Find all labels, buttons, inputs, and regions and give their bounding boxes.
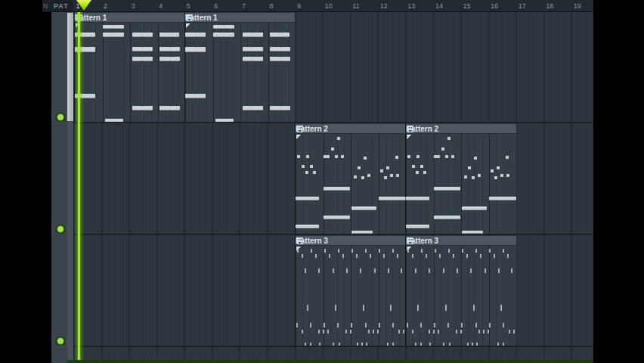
note-bar: [85, 94, 95, 98]
note-dot: [390, 174, 393, 177]
clip-header[interactable]: Pattern 3: [296, 236, 405, 246]
drum-tick: [392, 323, 394, 327]
note-bar: [406, 197, 429, 200]
clip-label: Pattern 1: [185, 14, 218, 22]
drum-tick: [324, 249, 326, 253]
drum-tick: [407, 249, 409, 253]
timeline-bar-number: 15: [463, 2, 470, 10]
drum-tick: [345, 330, 347, 334]
note-bar: [252, 47, 263, 51]
drum-tick: [401, 268, 402, 273]
track-divider: [73, 346, 593, 347]
drum-tick: [513, 330, 515, 334]
drum-tick: [333, 268, 334, 273]
note-dot: [354, 175, 357, 178]
note-bar: [75, 47, 85, 52]
drum-tick: [346, 268, 348, 273]
pattern-clip[interactable]: Pattern 1: [74, 13, 184, 123]
drum-tick: [509, 330, 510, 334]
drum-tick: [470, 268, 472, 273]
note-dot: [474, 157, 477, 160]
note-bar: [185, 47, 196, 52]
timeline-bar-number: 4: [159, 2, 163, 10]
timeline-ruler[interactable]: 12345678910111213141516171819: [73, 0, 593, 12]
drum-tick: [373, 330, 374, 334]
note-bar: [113, 33, 124, 37]
clip-header[interactable]: Pattern 1: [75, 13, 184, 23]
clip-label: Pattern 2: [296, 125, 328, 133]
pattern-clip[interactable]: Pattern 1: [184, 13, 295, 123]
drum-tick: [445, 305, 447, 311]
drum-tick: [368, 330, 370, 334]
note-dot: [384, 176, 387, 179]
note-dot: [494, 176, 497, 179]
note-dot: [341, 155, 344, 158]
drum-tick: [311, 249, 312, 253]
drum-tick: [483, 330, 485, 334]
note-bar: [159, 57, 170, 61]
drum-tick: [356, 254, 358, 258]
drum-tick: [439, 254, 441, 258]
note-bar: [196, 33, 206, 37]
pattern-clip[interactable]: Pattern 3: [405, 236, 516, 346]
track-mute-led[interactable]: [55, 112, 66, 123]
drum-tick: [429, 268, 430, 273]
drum-tick: [489, 323, 491, 327]
pattern-clip[interactable]: Pattern 2: [405, 124, 516, 234]
note-dot: [416, 171, 419, 174]
clip-preview: [406, 134, 516, 234]
drum-tick: [363, 305, 364, 311]
note-bar: [142, 33, 153, 37]
pattern-clip[interactable]: Pattern 3: [295, 236, 405, 346]
note-bar: [252, 57, 263, 61]
playlist-grid[interactable]: Pattern 1Pattern 1Pattern 2Pattern 2Patt…: [73, 12, 593, 363]
pattern-clip[interactable]: Pattern 2: [295, 124, 405, 234]
drum-tick: [365, 323, 367, 327]
drum-tick: [488, 330, 489, 334]
timeline-bar-number: 17: [519, 2, 526, 10]
vertical-scrollbar-thumb[interactable]: [67, 13, 73, 121]
timeline-bar-number: 3: [132, 2, 135, 10]
note-dot: [468, 166, 471, 169]
drum-tick: [485, 268, 486, 273]
note-bar: [224, 33, 234, 37]
drum-tick: [429, 330, 430, 334]
drum-tick: [500, 305, 502, 311]
note-dot: [358, 166, 361, 169]
note-bar: [213, 33, 224, 37]
note-bar: [243, 106, 252, 110]
drum-tick: [503, 323, 504, 327]
drum-tick: [374, 268, 376, 273]
note-dot: [361, 176, 364, 179]
note-dot: [497, 166, 500, 169]
drum-tick: [315, 254, 317, 258]
note-bar: [434, 187, 460, 191]
timeline-bar-number: 18: [546, 2, 553, 10]
clip-label: Pattern 2: [406, 125, 438, 133]
clip-header[interactable]: Pattern 2: [406, 124, 516, 134]
track-mute-led[interactable]: [55, 336, 66, 346]
clip-header[interactable]: Pattern 3: [406, 236, 516, 246]
pattern-mode-toggle[interactable]: PAT: [54, 2, 69, 10]
drum-tick: [426, 254, 427, 258]
note-bar: [85, 33, 95, 37]
note-bar: [196, 94, 206, 98]
drum-tick: [351, 249, 353, 253]
note-bar: [224, 25, 234, 29]
track-mute-led[interactable]: [55, 224, 66, 234]
clip-header[interactable]: Pattern 2: [296, 124, 405, 134]
note-bar: [243, 33, 252, 37]
clip-header[interactable]: Pattern 1: [185, 13, 295, 23]
note-bar: [103, 25, 113, 29]
note-bar: [159, 106, 170, 110]
note-dot: [380, 169, 383, 172]
led-light-icon: [57, 338, 63, 344]
drum-tick: [318, 268, 320, 273]
drum-tick: [475, 323, 477, 327]
drum-tick: [480, 254, 481, 258]
drum-tick: [324, 323, 325, 327]
drum-tick: [460, 330, 462, 334]
drum-tick: [489, 249, 491, 253]
note-bar: [185, 33, 196, 37]
drum-tick: [498, 268, 500, 273]
